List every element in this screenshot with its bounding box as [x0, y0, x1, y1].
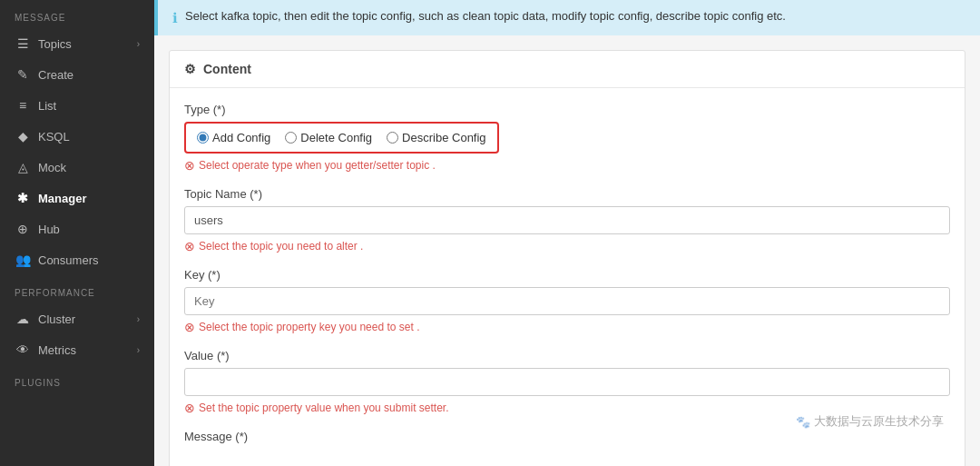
consumers-icon: 👥	[15, 253, 31, 267]
key-error-msg: ⊗ Select the topic property key you need…	[184, 320, 950, 334]
sidebar-item-label-topics: Topics	[38, 37, 72, 51]
message-label: Message (*)	[184, 430, 950, 443]
type-label: Type (*)	[184, 103, 950, 116]
value-input[interactable]	[184, 368, 950, 396]
main-content: ℹ Select kafka topic, then edit the topi…	[154, 0, 980, 466]
topics-icon: ☰	[15, 36, 31, 51]
topic-name-label: Topic Name (*)	[184, 187, 950, 201]
topic-name-input[interactable]	[184, 206, 950, 234]
radio-describe-config-label: Describe Config	[402, 131, 486, 144]
type-radio-group: Add Config Delete Config Describe Config	[184, 122, 499, 154]
sidebar-item-label-list: List	[38, 99, 56, 113]
card-header: ⚙ Content	[170, 51, 965, 88]
ksql-icon: ◆	[15, 129, 31, 144]
create-icon: ✎	[15, 67, 31, 82]
info-icon: ℹ	[172, 10, 178, 26]
radio-add-config-label: Add Config	[212, 131, 270, 144]
sidebar: MESSAGE ☰ Topics › ✎ Create ≡ List ◆ KSQ…	[0, 0, 154, 466]
value-error-msg: ⊗ Set the topic property value when you …	[184, 401, 950, 415]
sidebar-item-create[interactable]: ✎ Create	[0, 59, 154, 90]
key-form-group: Key (*) ⊗ Select the topic property key …	[184, 268, 950, 334]
radio-add-config-input[interactable]	[197, 132, 209, 144]
sidebar-section-label-message: MESSAGE	[0, 0, 154, 28]
type-error-icon: ⊗	[184, 158, 195, 173]
radio-add-config[interactable]: Add Config	[197, 131, 270, 144]
topic-name-form-group: Topic Name (*) ⊗ Select the topic you ne…	[184, 187, 950, 253]
sidebar-item-metrics[interactable]: 👁 Metrics ›	[0, 334, 154, 365]
cluster-icon: ☁	[15, 312, 31, 326]
sidebar-item-label-consumers: Consumers	[38, 253, 98, 267]
radio-describe-config-input[interactable]	[387, 132, 398, 144]
sidebar-item-label-ksql: KSQL	[38, 130, 70, 144]
value-form-group: Value (*) ⊗ Set the topic property value…	[184, 349, 950, 415]
sidebar-item-list[interactable]: ≡ List	[0, 90, 154, 121]
value-label: Value (*)	[184, 349, 950, 362]
radio-delete-config-label: Delete Config	[300, 131, 372, 144]
topic-name-error-icon: ⊗	[184, 239, 195, 253]
mock-icon: ◬	[15, 160, 31, 174]
sidebar-item-cluster[interactable]: ☁ Cluster ›	[0, 303, 154, 334]
sidebar-item-label-cluster: Cluster	[38, 312, 75, 326]
value-error-icon: ⊗	[184, 401, 195, 415]
topic-name-error-text: Select the topic you need to alter .	[199, 240, 363, 253]
card-body: Type (*) Add Config Delete Config Descri…	[170, 88, 965, 466]
sidebar-section-label-plugins: PLUGINS	[0, 365, 154, 393]
radio-delete-config[interactable]: Delete Config	[285, 131, 372, 144]
sidebar-item-label-metrics: Metrics	[38, 343, 76, 357]
radio-describe-config[interactable]: Describe Config	[387, 131, 486, 144]
manager-icon: ✱	[15, 191, 31, 205]
value-error-text: Set the topic property value when you su…	[199, 402, 448, 414]
info-banner: ℹ Select kafka topic, then edit the topi…	[154, 0, 980, 35]
type-error-text: Select operate type when you getter/sett…	[199, 159, 436, 172]
topic-name-error-msg: ⊗ Select the topic you need to alter .	[184, 239, 950, 253]
type-form-group: Type (*) Add Config Delete Config Descri…	[184, 103, 950, 173]
sidebar-item-hub[interactable]: ⊕ Hub	[0, 213, 154, 244]
gear-icon: ⚙	[184, 62, 196, 76]
sidebar-item-topics[interactable]: ☰ Topics ›	[0, 28, 154, 59]
topics-arrow-icon: ›	[137, 39, 140, 49]
key-input[interactable]	[184, 287, 950, 315]
message-form-group: Message (*)	[184, 430, 950, 443]
list-icon: ≡	[15, 98, 31, 113]
type-error-msg: ⊗ Select operate type when you getter/se…	[184, 158, 950, 173]
cluster-arrow-icon: ›	[137, 314, 140, 324]
sidebar-item-mock[interactable]: ◬ Mock	[0, 152, 154, 183]
sidebar-item-label-mock: Mock	[38, 161, 66, 174]
content-card: ⚙ Content Type (*) Add Config Delete Con…	[169, 50, 965, 466]
sidebar-section-plugins: PLUGINS	[0, 365, 154, 393]
hub-icon: ⊕	[15, 222, 31, 236]
key-error-text: Select the topic property key you need t…	[199, 321, 419, 333]
sidebar-item-consumers[interactable]: 👥 Consumers	[0, 244, 154, 275]
card-header-label: Content	[203, 62, 251, 76]
sidebar-item-label-hub: Hub	[38, 223, 60, 236]
radio-delete-config-input[interactable]	[285, 132, 297, 144]
sidebar-item-ksql[interactable]: ◆ KSQL	[0, 121, 154, 152]
sidebar-section-performance: PERFORMANCE ☁ Cluster › 👁 Metrics ›	[0, 275, 154, 365]
sidebar-item-label-manager: Manager	[38, 192, 86, 205]
sidebar-section-label-performance: PERFORMANCE	[0, 275, 154, 303]
sidebar-section-message: MESSAGE ☰ Topics › ✎ Create ≡ List ◆ KSQ…	[0, 0, 154, 275]
key-label: Key (*)	[184, 268, 950, 282]
info-banner-text: Select kafka topic, then edit the topic …	[185, 9, 786, 23]
sidebar-item-manager[interactable]: ✱ Manager	[0, 183, 154, 213]
sidebar-item-label-create: Create	[38, 68, 74, 82]
key-error-icon: ⊗	[184, 320, 195, 334]
metrics-icon: 👁	[15, 342, 31, 357]
metrics-arrow-icon: ›	[137, 345, 140, 355]
